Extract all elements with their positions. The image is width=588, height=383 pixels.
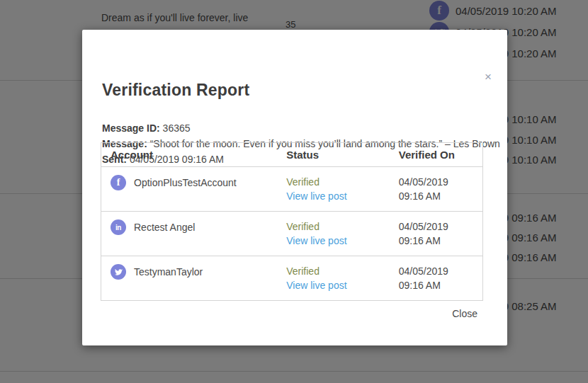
message-id-value: 36365 [160, 122, 191, 134]
status-verified: Verified [286, 264, 380, 278]
account-name: TestymanTaylor [134, 266, 203, 278]
verified-on-date: 04/05/2019 09:16 AM [390, 167, 483, 212]
close-icon[interactable]: × [485, 71, 492, 83]
close-button[interactable]: Close [452, 308, 477, 319]
status-verified: Verified [286, 219, 380, 234]
table-row: TestymanTaylor VerifiedView live post 04… [101, 256, 483, 301]
account-column-header: Account [101, 143, 278, 167]
verification-table: Account Status Verified On OptionPlusTes… [101, 142, 483, 301]
verified-on-date: 04/05/2019 09:16 AM [390, 212, 483, 256]
facebook-icon [111, 175, 126, 190]
table-row: OptionPlusTestAccount VerifiedView live … [101, 167, 483, 212]
message-id-line: Message ID: 36365 [102, 120, 500, 136]
linkedin-icon [111, 219, 126, 235]
verified-on-column-header: Verified On [390, 143, 483, 167]
verified-on-date: 04/05/2019 09:16 AM [390, 256, 483, 301]
status-column-header: Status [277, 143, 389, 167]
account-name: OptionPlusTestAccount [134, 177, 237, 188]
table-header-row: Account Status Verified On [101, 143, 483, 167]
account-name: Rectest Angel [134, 222, 195, 233]
status-verified: Verified [286, 175, 380, 189]
message-id-label: Message ID: [102, 122, 160, 134]
modal-title: Verification Report [102, 81, 249, 100]
verification-report-modal: × Verification Report Message ID: 36365 … [82, 30, 507, 345]
view-live-post-link[interactable]: View live post [286, 189, 346, 203]
twitter-icon [111, 264, 126, 280]
view-live-post-link[interactable]: View live post [286, 278, 346, 292]
view-live-post-link[interactable]: View live post [286, 234, 346, 248]
table-row: Rectest Angel VerifiedView live post 04/… [101, 212, 483, 256]
